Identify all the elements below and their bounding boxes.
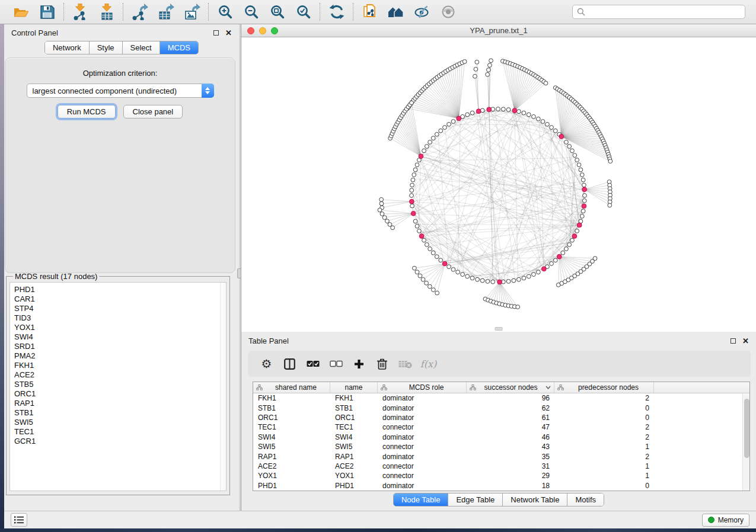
table-scrollbar[interactable] xyxy=(742,394,749,491)
zoom-selected-icon xyxy=(296,4,311,20)
refresh-button[interactable] xyxy=(328,4,345,21)
column-header-name[interactable]: name xyxy=(330,382,378,393)
delete-table-button[interactable] xyxy=(394,360,417,368)
search-input[interactable] xyxy=(588,8,741,16)
memory-button[interactable]: Memory xyxy=(702,514,749,527)
dropdown-stepper-icon xyxy=(202,84,214,98)
zoom-selected-button[interactable] xyxy=(295,4,312,21)
task-history-button[interactable] xyxy=(11,513,27,527)
mcds-result-item[interactable]: FKH1 xyxy=(14,361,226,370)
table-cell: 1 xyxy=(554,462,654,470)
mcds-result-item[interactable]: STB5 xyxy=(14,380,226,389)
table-row[interactable]: SWI4SWI4dominator462 xyxy=(253,432,749,442)
mcds-result-item[interactable]: RAP1 xyxy=(14,399,226,408)
mcds-result-item[interactable]: CAR1 xyxy=(14,294,226,304)
network-window-titlebar[interactable]: YPA_prune.txt_1 xyxy=(241,24,756,37)
mcds-panel: Optimization criterion: largest connecte… xyxy=(5,57,235,273)
export-table-button[interactable] xyxy=(157,4,174,21)
split-view-button[interactable] xyxy=(278,358,301,370)
delete-row-button[interactable] xyxy=(371,358,394,370)
table-cell: connector xyxy=(378,462,467,470)
table-row[interactable]: STB1STB1dominator620 xyxy=(253,403,749,412)
table-row[interactable]: ACE2ACE2connector311 xyxy=(253,462,749,471)
tab-motifs[interactable]: Motifs xyxy=(567,493,604,506)
column-header-successor-nodes[interactable]: successor nodes xyxy=(467,382,554,393)
sort-desc-icon xyxy=(546,386,551,389)
import-table-button[interactable] xyxy=(98,4,115,21)
mcds-result-item[interactable]: TID3 xyxy=(14,313,226,323)
zoom-in-icon xyxy=(218,4,233,20)
new-network-from-selection-button[interactable] xyxy=(361,4,378,21)
run-mcds-button[interactable]: Run MCDS xyxy=(58,105,116,118)
tab-network[interactable]: Network xyxy=(45,41,90,54)
network-canvas[interactable] xyxy=(241,37,756,332)
mcds-result-item[interactable]: ACE2 xyxy=(14,370,226,380)
close-panel-icon[interactable]: ✕ xyxy=(225,29,232,37)
table-row[interactable]: RAP1RAP1dominator352 xyxy=(253,451,749,461)
zoom-out-button[interactable] xyxy=(243,4,260,21)
mcds-result-item[interactable]: TEC1 xyxy=(14,427,226,437)
mcds-result-item[interactable]: YOX1 xyxy=(14,323,226,332)
table-row[interactable]: PHD1PHD1dominator180 xyxy=(253,481,749,491)
table-cell: YOX1 xyxy=(253,472,330,480)
network-graph[interactable] xyxy=(241,37,755,332)
table-cell: ACE2 xyxy=(253,462,330,470)
mcds-result-item[interactable]: STB1 xyxy=(14,408,226,418)
table-row[interactable]: SWI5SWI5connector431 xyxy=(253,442,749,451)
mcds-result-item[interactable]: SWI5 xyxy=(14,418,226,427)
export-network-button[interactable] xyxy=(131,4,148,21)
float-panel-icon[interactable] xyxy=(731,338,736,344)
function-builder-button[interactable]: f(x) xyxy=(417,358,440,370)
tab-mcds[interactable]: MCDS xyxy=(160,41,198,54)
column-header-shared-name[interactable]: shared name xyxy=(253,382,330,393)
zoom-fit-button[interactable] xyxy=(269,4,286,21)
table-header-row: shared namenameMCDS rolesuccessor nodesp… xyxy=(253,382,749,393)
mcds-result-item[interactable]: GCR1 xyxy=(14,437,226,446)
column-header-predecessor-nodes[interactable]: predecessor nodes xyxy=(554,382,654,393)
maximize-window-icon[interactable] xyxy=(271,27,278,34)
table-cell: 43 xyxy=(467,443,554,451)
close-panel-button[interactable]: Close panel xyxy=(123,105,183,118)
select-all-button[interactable] xyxy=(301,360,324,367)
mcds-result-item[interactable]: SRD1 xyxy=(14,342,226,351)
table-panel: Table Panel ✕ ⚙ xyxy=(241,332,756,511)
tab-network-table[interactable]: Network Table xyxy=(503,493,567,506)
table-row[interactable]: TEC1TEC1connector472 xyxy=(253,422,749,432)
mcds-result-item[interactable]: PHD1 xyxy=(14,285,226,294)
horizontal-splitter-grip[interactable] xyxy=(495,327,503,331)
show-all-networks-button[interactable] xyxy=(387,4,404,21)
column-network-icon xyxy=(256,384,263,390)
column-header-mcds-role[interactable]: MCDS role xyxy=(378,382,467,393)
float-panel-icon[interactable] xyxy=(213,30,219,36)
deselect-all-button[interactable] xyxy=(324,360,347,367)
tab-select[interactable]: Select xyxy=(123,41,160,54)
table-panel-titlebar: Table Panel ✕ xyxy=(241,332,756,349)
column-settings-button[interactable]: ⚙ xyxy=(255,358,278,370)
import-network-button[interactable] xyxy=(72,4,89,21)
table-row[interactable]: ORC1ORC1dominator610 xyxy=(253,413,749,422)
close-window-icon[interactable] xyxy=(247,27,254,34)
scrollbar-thumb[interactable] xyxy=(744,399,749,458)
tab-style[interactable]: Style xyxy=(90,41,123,54)
mcds-result-item[interactable]: ORC1 xyxy=(14,389,226,399)
tab-node-table[interactable]: Node Table xyxy=(394,493,449,506)
list-icon xyxy=(14,516,24,524)
hide-selected-button[interactable] xyxy=(413,4,430,21)
mcds-result-item[interactable]: PMA2 xyxy=(14,351,226,361)
zoom-in-button[interactable] xyxy=(216,4,234,21)
open-file-button[interactable] xyxy=(12,4,30,21)
add-row-button[interactable] xyxy=(347,359,371,369)
minimize-window-icon[interactable] xyxy=(259,27,266,34)
tab-edge-table[interactable]: Edge Table xyxy=(448,493,503,506)
show-hidden-button[interactable] xyxy=(439,4,457,21)
mcds-result-item[interactable]: STP4 xyxy=(14,304,226,313)
export-image-button[interactable] xyxy=(183,4,200,21)
criterion-dropdown[interactable]: largest connected component (undirected) xyxy=(27,84,214,98)
table-row[interactable]: YOX1YOX1connector291 xyxy=(253,471,749,480)
close-panel-icon[interactable]: ✕ xyxy=(742,337,749,345)
mcds-result-item[interactable]: SWI4 xyxy=(14,332,226,342)
save-session-button[interactable] xyxy=(39,4,56,21)
control-panel-title: Control Panel xyxy=(11,28,58,37)
refresh-icon xyxy=(329,4,344,20)
table-row[interactable]: FKH1FKH1dominator962 xyxy=(253,393,749,403)
